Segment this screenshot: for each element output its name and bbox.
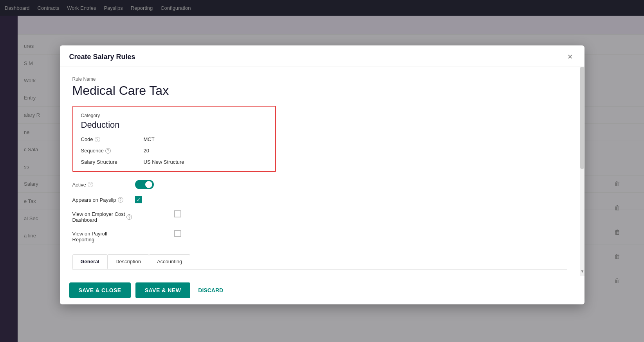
close-button[interactable]: × [565, 52, 575, 62]
scrollbar[interactable]: ▼ [580, 67, 584, 276]
category-value: Deduction [81, 120, 267, 130]
active-help-icon[interactable]: ? [88, 182, 93, 187]
rule-name-label: Rule Name [72, 76, 567, 82]
appears-on-payslip-checkbox[interactable]: ✓ [135, 196, 142, 203]
tabs-row: General Description Accounting [72, 254, 567, 270]
rule-name-value: Medical Care Tax [72, 83, 567, 98]
payroll-reporting-label: View on PayrollReporting [72, 230, 174, 242]
toggle-track [135, 180, 154, 189]
employer-cost-field-row: View on Employer CostDashboard ? [72, 210, 567, 223]
salary-structure-label: Salary Structure [81, 159, 144, 165]
create-salary-rules-dialog: Create Salary Rules × Rule Name Medical … [60, 45, 584, 304]
modal-title: Create Salary Rules [69, 53, 135, 61]
rule-name-section: Rule Name Medical Care Tax [72, 76, 567, 106]
code-value: MCT [144, 136, 155, 142]
sequence-field-row: Sequence ? 20 [81, 148, 267, 154]
tab-general[interactable]: General [72, 254, 108, 269]
salary-structure-field-row: Salary Structure US New Structure [81, 159, 267, 165]
modal-backdrop: Create Salary Rules × Rule Name Medical … [0, 0, 644, 342]
sequence-value: 20 [144, 148, 149, 154]
payroll-reporting-checkbox[interactable] [174, 230, 181, 237]
tab-description[interactable]: Description [107, 254, 149, 269]
active-label: Active ? [72, 182, 135, 188]
employer-cost-help-icon[interactable]: ? [126, 214, 132, 220]
scroll-arrow-down: ▼ [581, 269, 584, 273]
scroll-thumb [580, 67, 584, 169]
code-help-icon[interactable]: ? [95, 137, 100, 142]
toggle-thumb [145, 181, 152, 188]
bordered-section: Category Deduction Code ? MCT Sequence [72, 106, 276, 172]
save-new-button[interactable]: SAVE & NEW [135, 282, 191, 298]
code-field-row: Code ? MCT [81, 136, 267, 142]
category-label: Category [81, 113, 267, 118]
sequence-help-icon[interactable]: ? [105, 148, 111, 154]
checkmark-icon: ✓ [137, 197, 141, 202]
salary-structure-value: US New Structure [144, 159, 184, 165]
modal-header: Create Salary Rules × [60, 45, 584, 67]
discard-button[interactable]: DISCARD [195, 282, 226, 298]
save-close-button[interactable]: SAVE & CLOSE [69, 282, 131, 298]
employer-cost-label: View on Employer CostDashboard ? [72, 210, 174, 223]
employer-cost-checkbox[interactable] [174, 210, 181, 217]
active-toggle[interactable] [135, 180, 154, 189]
payslip-help-icon[interactable]: ? [118, 197, 123, 203]
active-field-row: Active ? [72, 180, 567, 189]
modal-body: Rule Name Medical Care Tax Category Dedu… [60, 67, 580, 276]
tab-accounting[interactable]: Accounting [149, 254, 190, 269]
sequence-label: Sequence ? [81, 148, 144, 154]
code-label: Code ? [81, 136, 144, 142]
appears-on-payslip-label: Appears on Payslip ? [72, 197, 135, 203]
modal-footer: SAVE & CLOSE SAVE & NEW DISCARD [60, 276, 584, 304]
payroll-reporting-field-row: View on PayrollReporting [72, 230, 567, 242]
appears-on-payslip-field-row: Appears on Payslip ? ✓ [72, 196, 567, 203]
